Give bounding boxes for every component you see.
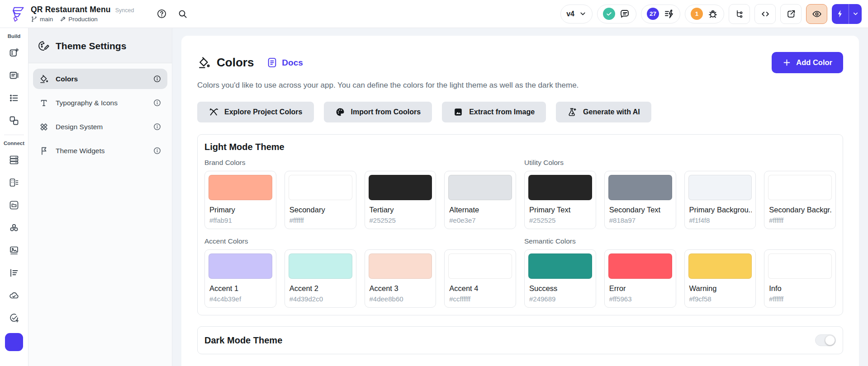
info-button[interactable] [153, 122, 161, 131]
version-dropdown[interactable]: v4 [560, 5, 593, 23]
rail-item-api-calls-icon[interactable] [5, 174, 23, 191]
color-tile-tertiary[interactable]: Tertiary #252525 [365, 171, 436, 229]
view-code-button[interactable] [754, 4, 776, 24]
wrench-icon [59, 16, 66, 23]
todo-count-badge[interactable]: 27 [647, 8, 659, 20]
dark-mode-card: Dark Mode Theme [197, 326, 843, 354]
color-tile-secondary-backgr[interactable]: Secondary Backgr... #ffffff [764, 171, 836, 229]
action-label: Extract from Image [469, 108, 535, 116]
panel-item-design-system[interactable]: Design System [33, 117, 167, 137]
theme-widgets-icon [39, 146, 49, 156]
color-tile-accent-1[interactable]: Accent 1 #4c4b39ef [204, 249, 276, 308]
color-group-utility-colors: Utility Colors Primary Text #252525 Seco… [524, 159, 836, 229]
rail-item-database-icon[interactable] [5, 151, 23, 169]
color-name: Accent 3 [369, 284, 432, 293]
color-tiles: Accent 1 #4c4b39ef Accent 2 #4d39d2c0 Ac… [204, 249, 516, 308]
widget-tree-button[interactable] [729, 4, 750, 24]
rail-item-pages-icon[interactable] [5, 67, 23, 84]
color-tile-success[interactable]: Success #249689 [524, 249, 596, 308]
light-mode-card: Light Mode Theme Brand Colors Primary #f… [197, 134, 843, 315]
color-name: Tertiary [369, 206, 432, 214]
action-generate-with-ai[interactable]: Generate with AI [556, 102, 651, 122]
todo-list-button[interactable] [664, 9, 674, 19]
color-tile-secondary-text[interactable]: Secondary Text #818a97 [604, 171, 676, 229]
flutterflow-logo-icon [9, 4, 27, 24]
color-tile-info[interactable]: Info #ffffff [764, 249, 836, 308]
color-name: Primary Backgrou... [688, 206, 752, 214]
info-icon [153, 75, 161, 83]
environment-selector[interactable]: Production [59, 16, 98, 23]
theme-settings-icon [9, 337, 19, 347]
color-swatch [688, 253, 752, 279]
run-button[interactable] [832, 4, 849, 24]
color-tile-accent-3[interactable]: Accent 3 #4dee8b60 [365, 249, 436, 308]
panel-item-colors[interactable]: Colors [33, 69, 167, 89]
issue-count-badge[interactable]: 1 [691, 8, 703, 20]
preview-button[interactable] [806, 4, 827, 24]
rail-item-components-icon[interactable] [5, 112, 23, 129]
color-hex: #ffab91 [209, 216, 272, 224]
panel-item-label: Colors [56, 75, 78, 83]
color-hex: #ffffff [289, 216, 352, 224]
color-tile-primary[interactable]: Primary #ffab91 [204, 171, 276, 229]
database-icon [9, 155, 19, 165]
color-tile-accent-4[interactable]: Accent 4 #ccffffff [444, 249, 516, 308]
rail-item-theme-settings-icon[interactable] [5, 333, 23, 351]
media-assets-icon [9, 245, 19, 256]
run-options-button[interactable] [849, 4, 862, 24]
search-icon [177, 9, 188, 19]
panel-item-theme-widgets[interactable]: Theme Widgets [33, 141, 167, 161]
color-name: Secondary [289, 206, 352, 214]
panel-items: Colors Typography & Icons Design System … [28, 63, 172, 166]
color-swatch [369, 253, 432, 279]
color-swatch [448, 175, 512, 200]
rail-item-app-details-icon[interactable] [5, 264, 23, 282]
comments-button[interactable] [620, 9, 631, 19]
docs-link[interactable]: Docs [266, 57, 303, 68]
left-rail: BuildConnect [0, 28, 28, 366]
action-extract-from-image[interactable]: Extract from Image [442, 102, 546, 122]
rail-item-media-assets-icon[interactable] [5, 242, 23, 259]
docs-icon [266, 57, 278, 68]
info-button[interactable] [153, 75, 161, 83]
rail-item-integrations-icon[interactable] [5, 219, 23, 236]
search-button[interactable] [175, 7, 189, 21]
rail-item-app-values-icon[interactable] [5, 89, 23, 107]
rail-item-tests-icon[interactable] [5, 310, 23, 327]
info-button[interactable] [153, 99, 161, 107]
rail-item-assets-folder-icon[interactable] [5, 197, 23, 214]
color-tile-primary-text[interactable]: Primary Text #252525 [524, 171, 596, 229]
color-tile-warning[interactable]: Warning #f9cf58 [684, 249, 756, 308]
environment-name: Production [68, 16, 98, 23]
project-title: QR Restaurant Menu [31, 5, 111, 14]
rail-section-label-connect: Connect [4, 141, 24, 146]
color-hex: #249689 [528, 295, 592, 303]
branch-selector[interactable]: main [31, 16, 53, 23]
add-color-button[interactable]: Add Color [772, 52, 843, 73]
todo-bolt-icon [664, 9, 674, 19]
rail-item-cloud-functions-icon[interactable] [5, 287, 23, 304]
build-status-badge[interactable] [603, 8, 615, 20]
panel-item-typography-icons[interactable]: Typography & Icons [33, 93, 167, 113]
paint-bucket-icon [39, 74, 49, 84]
dark-mode-toggle[interactable] [815, 334, 836, 346]
color-tile-accent-2[interactable]: Accent 2 #4d39d2c0 [285, 249, 356, 308]
info-button[interactable] [153, 146, 161, 155]
color-name: Accent 2 [289, 284, 352, 293]
flutterflow-logo[interactable] [6, 4, 29, 24]
color-tile-error[interactable]: Error #ff5963 [604, 249, 676, 308]
color-hex: #f1f4f8 [688, 216, 752, 224]
rail-item-add-widget-icon[interactable] [5, 44, 23, 61]
color-tile-secondary[interactable]: Secondary #ffffff [285, 171, 356, 229]
color-tile-alternate[interactable]: Alternate #e0e3e7 [444, 171, 516, 229]
open-app-button[interactable] [780, 4, 802, 24]
image-icon [453, 107, 463, 117]
pages-icon [9, 70, 19, 81]
help-button[interactable] [155, 7, 168, 21]
action-import-from-coolors[interactable]: Import from Coolors [324, 102, 432, 122]
color-tile-primary-backgrou[interactable]: Primary Backgrou... #f1f4f8 [684, 171, 756, 229]
help-icon [157, 9, 167, 19]
add-widget-icon [9, 47, 19, 58]
debug-button[interactable] [707, 9, 718, 19]
action-explore-project-colors[interactable]: Explore Project Colors [197, 102, 314, 122]
